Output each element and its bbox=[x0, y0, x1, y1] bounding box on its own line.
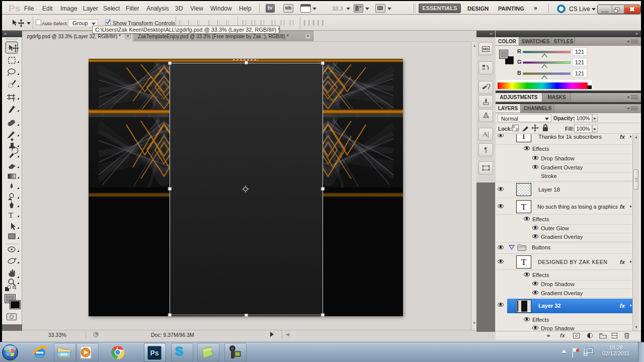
svg-text:T: T bbox=[9, 211, 13, 219]
